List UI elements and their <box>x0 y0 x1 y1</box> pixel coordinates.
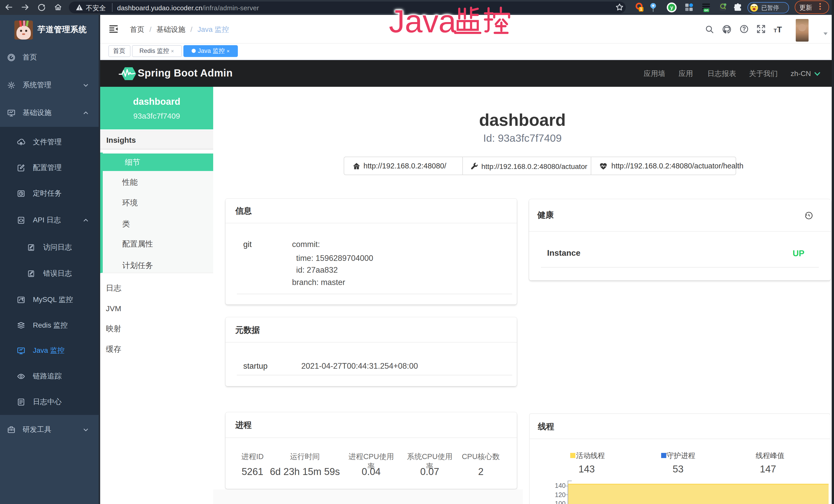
svg-text:on: on <box>704 8 708 12</box>
svg-text:y: y <box>670 5 673 10</box>
svg-text:1: 1 <box>640 7 642 11</box>
